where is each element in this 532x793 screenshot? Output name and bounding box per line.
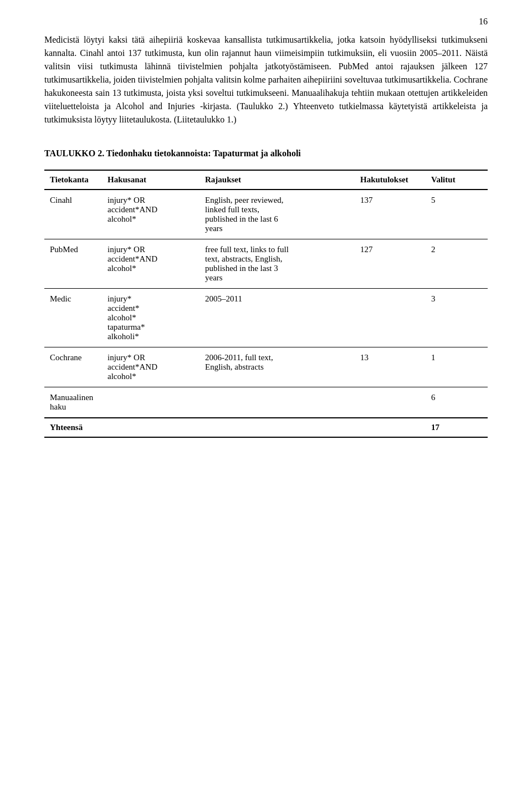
cell-hakutulokset: [355, 289, 426, 347]
cell-hakutulokset: 127: [355, 239, 426, 289]
cell-valitut: 1: [426, 347, 488, 387]
table-header-row: Tietokanta Hakusanat Rajaukset Hakutulok…: [44, 170, 488, 190]
page: 16 Medicistä löytyi kaksi tätä aihepiiri…: [0, 0, 532, 793]
header-hakutulokset: Hakutulokset: [355, 170, 426, 190]
cell-tietokanta: Medic: [44, 289, 102, 347]
cell-rajaukset: 2005–2011: [200, 289, 355, 347]
cell-tietokanta: Manuaalinenhaku: [44, 387, 102, 418]
table-row: Medicinjury*accident*alcohol*tapaturma*a…: [44, 289, 488, 347]
cell-rajaukset: free full text, links to fulltext, abstr…: [200, 239, 355, 289]
table-row: Cochraneinjury* ORaccident*ANDalcohol*20…: [44, 347, 488, 387]
cell-hakusanat: injury* ORaccident*ANDalcohol*: [102, 190, 200, 239]
cell-hakusanat: injury* ORaccident*ANDalcohol*: [102, 239, 200, 289]
cell-hakutulokset: 137: [355, 190, 426, 239]
header-valitut: Valitut: [426, 170, 488, 190]
footer-empty-3: [355, 418, 426, 437]
cell-hakutulokset: [355, 387, 426, 418]
cell-rajaukset: English, peer reviewed,linked full texts…: [200, 190, 355, 239]
table-row: PubMedinjury* ORaccident*ANDalcohol*free…: [44, 239, 488, 289]
body-paragraph: Medicistä löytyi kaksi tätä aihepiiriä k…: [44, 33, 488, 126]
cell-tietokanta: Cinahl: [44, 190, 102, 239]
page-number: 16: [479, 17, 488, 27]
cell-rajaukset: [200, 387, 355, 418]
header-hakusanat: Hakusanat: [102, 170, 200, 190]
footer-empty-1: [102, 418, 200, 437]
table-title: TAULUKKO 2. Tiedonhaku tietokannoista: T…: [44, 149, 488, 158]
cell-hakusanat: [102, 387, 200, 418]
table-footer-row: Yhteensä 17: [44, 418, 488, 437]
footer-label: Yhteensä: [44, 418, 102, 437]
footer-value: 17: [426, 418, 488, 437]
cell-valitut: 5: [426, 190, 488, 239]
cell-hakusanat: injury* ORaccident*ANDalcohol*: [102, 347, 200, 387]
cell-valitut: 6: [426, 387, 488, 418]
table-row: Cinahlinjury* ORaccident*ANDalcohol*Engl…: [44, 190, 488, 239]
table-row: Manuaalinenhaku6: [44, 387, 488, 418]
cell-valitut: 2: [426, 239, 488, 289]
cell-rajaukset: 2006-2011, full text,English, abstracts: [200, 347, 355, 387]
cell-tietokanta: Cochrane: [44, 347, 102, 387]
data-table: Tietokanta Hakusanat Rajaukset Hakutulok…: [44, 170, 488, 438]
cell-valitut: 3: [426, 289, 488, 347]
cell-hakusanat: injury*accident*alcohol*tapaturma*alkoho…: [102, 289, 200, 347]
footer-empty-2: [200, 418, 355, 437]
cell-hakutulokset: 13: [355, 347, 426, 387]
cell-tietokanta: PubMed: [44, 239, 102, 289]
header-rajaukset: Rajaukset: [200, 170, 355, 190]
header-tietokanta: Tietokanta: [44, 170, 102, 190]
